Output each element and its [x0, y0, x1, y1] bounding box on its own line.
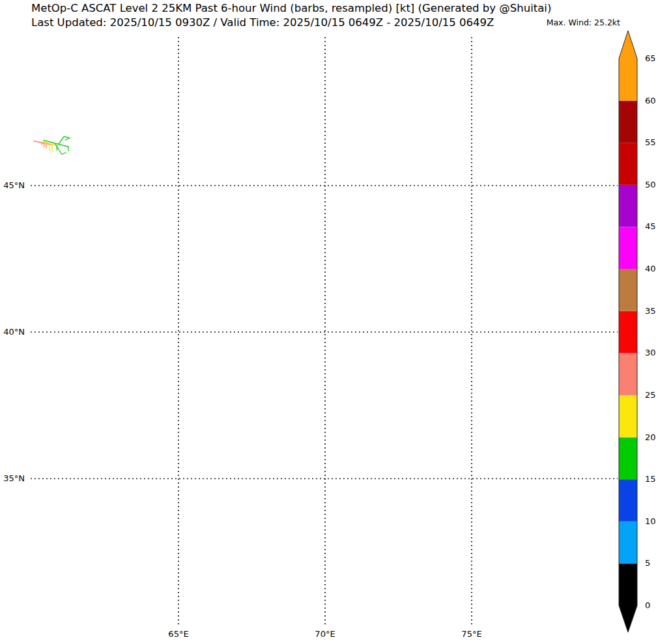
colorbar-tick-label-60: 60: [645, 96, 656, 105]
figure: MetOp-C ASCAT Level 2 25KM Past 6-hour W…: [0, 0, 658, 644]
colorbar-segment-60-65: [619, 59, 637, 101]
wind-barb-green-barbs-15-20kt: [59, 137, 64, 145]
wind-barb-green-barbs-15-20kt: [64, 137, 70, 141]
colorbar-segment-20-25: [619, 395, 637, 438]
colorbar-segment-45-50: [619, 185, 637, 227]
colorbar-tick-label-40: 40: [645, 264, 656, 273]
colorbar-tick-label-20: 20: [645, 433, 656, 442]
colorbar-segment-10-15: [619, 479, 637, 522]
colorbar-segment-25-30: [619, 353, 637, 395]
colorbar-segment-30-35: [619, 311, 637, 354]
wind-barb-green-barbs-15-20kt: [68, 147, 69, 152]
colorbar-extend-over-arrow: [619, 31, 637, 59]
lat-tick-label-40°N: 40°N: [0, 327, 25, 337]
colorbar-tick-label-35: 35: [645, 307, 656, 316]
colorbar-segment-0-5: [619, 563, 637, 606]
lon-tick-label-75°E: 75°E: [453, 629, 490, 639]
colorbar-tick-label-30: 30: [645, 348, 656, 357]
lat-tick-label-35°N: 35°N: [0, 473, 25, 484]
colorbar-tick-label-55: 55: [645, 138, 656, 147]
colorbar-tick-label-10: 10: [645, 517, 656, 526]
colorbar-tick-label-65: 65: [645, 54, 656, 63]
colorbar-segment-55-60: [619, 101, 637, 143]
colorbar-segment-35-40: [619, 269, 637, 311]
lon-tick-label-70°E: 70°E: [307, 629, 343, 639]
wind-barb-yellow-barbs-20-25kt: [52, 145, 53, 152]
colorbar-tick-label-5: 5: [645, 559, 650, 568]
wind-barb-yellow-barbs-20-25kt: [50, 144, 50, 151]
wind-barb-green-barbs-15-20kt: [57, 145, 57, 151]
colorbar-extend-under-arrow: [619, 606, 637, 632]
colorbar-tick-label-50: 50: [645, 180, 656, 189]
colorbar-segment-40-45: [619, 227, 637, 269]
wind-map-plot: [0, 0, 658, 644]
colorbar-tick-label-15: 15: [645, 475, 656, 484]
wind-barb-green-barbs-15-20kt: [59, 145, 69, 147]
colorbar-tick-label-0: 0: [645, 601, 650, 610]
colorbar-segment-15-20: [619, 438, 637, 480]
lon-tick-label-65°E: 65°E: [160, 629, 197, 639]
colorbar-tick-label-25: 25: [645, 391, 656, 400]
lat-tick-label-45°N: 45°N: [0, 180, 25, 191]
colorbar-segment-5-10: [619, 522, 637, 564]
colorbar-segment-50-55: [619, 143, 637, 185]
colorbar-tick-label-45: 45: [645, 222, 656, 231]
